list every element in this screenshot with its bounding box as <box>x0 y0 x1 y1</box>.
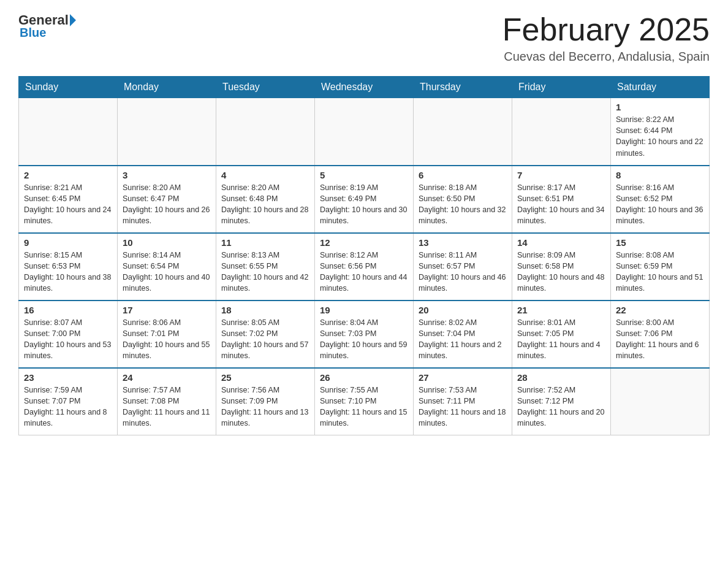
day-info: Sunrise: 8:19 AMSunset: 6:49 PMDaylight:… <box>320 182 408 227</box>
day-number: 5 <box>320 170 408 180</box>
calendar-cell: 10Sunrise: 8:14 AMSunset: 6:54 PMDayligh… <box>118 233 216 301</box>
calendar-cell: 21Sunrise: 8:01 AMSunset: 7:05 PMDayligh… <box>512 301 611 368</box>
day-number: 3 <box>123 170 211 180</box>
calendar-cell <box>414 98 512 166</box>
calendar-cell: 16Sunrise: 8:07 AMSunset: 7:00 PMDayligh… <box>19 301 118 368</box>
day-info: Sunrise: 8:05 AMSunset: 7:02 PMDaylight:… <box>221 317 309 362</box>
calendar-cell: 8Sunrise: 8:16 AMSunset: 6:52 PMDaylight… <box>611 166 710 233</box>
calendar-cell <box>19 98 118 166</box>
week-row-0: 1Sunrise: 8:22 AMSunset: 6:44 PMDaylight… <box>19 98 710 166</box>
calendar-cell: 5Sunrise: 8:19 AMSunset: 6:49 PMDaylight… <box>315 166 414 233</box>
day-number: 13 <box>419 237 507 248</box>
calendar-cell: 17Sunrise: 8:06 AMSunset: 7:01 PMDayligh… <box>118 301 216 368</box>
day-info: Sunrise: 8:11 AMSunset: 6:57 PMDaylight:… <box>419 250 507 294</box>
day-number: 27 <box>419 372 507 383</box>
day-number: 10 <box>123 237 211 248</box>
location: Cuevas del Becerro, Andalusia, Spain <box>502 50 710 64</box>
calendar-cell: 13Sunrise: 8:11 AMSunset: 6:57 PMDayligh… <box>414 233 512 301</box>
calendar-cell <box>611 368 710 435</box>
day-info: Sunrise: 7:52 AMSunset: 7:12 PMDaylight:… <box>517 385 605 429</box>
day-info: Sunrise: 7:55 AMSunset: 7:10 PMDaylight:… <box>320 385 408 429</box>
calendar-cell: 26Sunrise: 7:55 AMSunset: 7:10 PMDayligh… <box>315 368 414 435</box>
week-row-1: 2Sunrise: 8:21 AMSunset: 6:45 PMDaylight… <box>19 166 710 233</box>
day-number: 24 <box>123 372 211 383</box>
day-number: 17 <box>123 305 211 315</box>
day-info: Sunrise: 7:57 AMSunset: 7:08 PMDaylight:… <box>123 385 211 429</box>
day-info: Sunrise: 7:56 AMSunset: 7:09 PMDaylight:… <box>221 385 309 429</box>
calendar-cell: 23Sunrise: 7:59 AMSunset: 7:07 PMDayligh… <box>19 368 118 435</box>
day-number: 16 <box>24 305 112 315</box>
day-info: Sunrise: 8:20 AMSunset: 6:47 PMDaylight:… <box>123 182 211 227</box>
weekday-header-friday: Friday <box>512 77 611 98</box>
day-number: 25 <box>221 372 309 383</box>
calendar-cell: 19Sunrise: 8:04 AMSunset: 7:03 PMDayligh… <box>315 301 414 368</box>
logo-blue: Blue <box>20 26 46 40</box>
day-number: 26 <box>320 372 408 383</box>
day-number: 23 <box>24 372 112 383</box>
page-header: General Blue February 2025 Cuevas del Be… <box>18 12 710 64</box>
day-number: 18 <box>221 305 309 315</box>
day-number: 11 <box>221 237 309 248</box>
weekday-header-sunday: Sunday <box>19 77 118 98</box>
calendar-cell: 22Sunrise: 8:00 AMSunset: 7:06 PMDayligh… <box>611 301 710 368</box>
calendar-cell: 28Sunrise: 7:52 AMSunset: 7:12 PMDayligh… <box>512 368 611 435</box>
day-number: 7 <box>517 170 605 180</box>
day-info: Sunrise: 8:08 AMSunset: 6:59 PMDaylight:… <box>616 250 704 294</box>
week-row-4: 23Sunrise: 7:59 AMSunset: 7:07 PMDayligh… <box>19 368 710 435</box>
calendar-cell: 2Sunrise: 8:21 AMSunset: 6:45 PMDaylight… <box>19 166 118 233</box>
calendar-cell: 11Sunrise: 8:13 AMSunset: 6:55 PMDayligh… <box>216 233 315 301</box>
calendar-cell: 27Sunrise: 7:53 AMSunset: 7:11 PMDayligh… <box>414 368 512 435</box>
day-number: 2 <box>24 170 112 180</box>
day-info: Sunrise: 8:02 AMSunset: 7:04 PMDaylight:… <box>419 317 507 362</box>
day-info: Sunrise: 8:00 AMSunset: 7:06 PMDaylight:… <box>616 317 704 362</box>
day-number: 12 <box>320 237 408 248</box>
day-number: 4 <box>221 170 309 180</box>
calendar-cell: 25Sunrise: 7:56 AMSunset: 7:09 PMDayligh… <box>216 368 315 435</box>
day-info: Sunrise: 8:16 AMSunset: 6:52 PMDaylight:… <box>616 182 704 227</box>
weekday-header-wednesday: Wednesday <box>315 77 414 98</box>
calendar-cell: 15Sunrise: 8:08 AMSunset: 6:59 PMDayligh… <box>611 233 710 301</box>
day-info: Sunrise: 7:59 AMSunset: 7:07 PMDaylight:… <box>24 385 112 429</box>
day-info: Sunrise: 7:53 AMSunset: 7:11 PMDaylight:… <box>419 385 507 429</box>
day-info: Sunrise: 8:01 AMSunset: 7:05 PMDaylight:… <box>517 317 605 362</box>
calendar-cell: 6Sunrise: 8:18 AMSunset: 6:50 PMDaylight… <box>414 166 512 233</box>
calendar-cell: 1Sunrise: 8:22 AMSunset: 6:44 PMDaylight… <box>611 98 710 166</box>
day-info: Sunrise: 8:14 AMSunset: 6:54 PMDaylight:… <box>123 250 211 294</box>
weekday-header-monday: Monday <box>118 77 216 98</box>
day-info: Sunrise: 8:07 AMSunset: 7:00 PMDaylight:… <box>24 317 112 362</box>
day-info: Sunrise: 8:17 AMSunset: 6:51 PMDaylight:… <box>517 182 605 227</box>
weekday-header-row: SundayMondayTuesdayWednesdayThursdayFrid… <box>19 77 710 98</box>
logo-arrow-icon <box>70 14 76 26</box>
weekday-header-thursday: Thursday <box>414 77 512 98</box>
calendar-cell: 20Sunrise: 8:02 AMSunset: 7:04 PMDayligh… <box>414 301 512 368</box>
calendar-cell: 3Sunrise: 8:20 AMSunset: 6:47 PMDaylight… <box>118 166 216 233</box>
day-info: Sunrise: 8:20 AMSunset: 6:48 PMDaylight:… <box>221 182 309 227</box>
calendar-cell: 14Sunrise: 8:09 AMSunset: 6:58 PMDayligh… <box>512 233 611 301</box>
week-row-3: 16Sunrise: 8:07 AMSunset: 7:00 PMDayligh… <box>19 301 710 368</box>
calendar-table: SundayMondayTuesdayWednesdayThursdayFrid… <box>18 76 710 435</box>
day-number: 8 <box>616 170 704 180</box>
day-number: 1 <box>616 102 704 112</box>
day-number: 6 <box>419 170 507 180</box>
day-info: Sunrise: 8:13 AMSunset: 6:55 PMDaylight:… <box>221 250 309 294</box>
calendar-cell: 12Sunrise: 8:12 AMSunset: 6:56 PMDayligh… <box>315 233 414 301</box>
day-info: Sunrise: 8:21 AMSunset: 6:45 PMDaylight:… <box>24 182 112 227</box>
day-info: Sunrise: 8:18 AMSunset: 6:50 PMDaylight:… <box>419 182 507 227</box>
day-number: 14 <box>517 237 605 248</box>
day-info: Sunrise: 8:12 AMSunset: 6:56 PMDaylight:… <box>320 250 408 294</box>
calendar-cell <box>315 98 414 166</box>
day-info: Sunrise: 8:06 AMSunset: 7:01 PMDaylight:… <box>123 317 211 362</box>
calendar-cell <box>512 98 611 166</box>
weekday-header-saturday: Saturday <box>611 77 710 98</box>
day-info: Sunrise: 8:09 AMSunset: 6:58 PMDaylight:… <box>517 250 605 294</box>
day-number: 15 <box>616 237 704 248</box>
calendar-cell <box>216 98 315 166</box>
title-area: February 2025 Cuevas del Becerro, Andalu… <box>502 12 710 64</box>
day-info: Sunrise: 8:04 AMSunset: 7:03 PMDaylight:… <box>320 317 408 362</box>
day-number: 28 <box>517 372 605 383</box>
day-number: 9 <box>24 237 112 248</box>
calendar-cell: 18Sunrise: 8:05 AMSunset: 7:02 PMDayligh… <box>216 301 315 368</box>
week-row-2: 9Sunrise: 8:15 AMSunset: 6:53 PMDaylight… <box>19 233 710 301</box>
calendar-cell: 4Sunrise: 8:20 AMSunset: 6:48 PMDaylight… <box>216 166 315 233</box>
day-number: 20 <box>419 305 507 315</box>
